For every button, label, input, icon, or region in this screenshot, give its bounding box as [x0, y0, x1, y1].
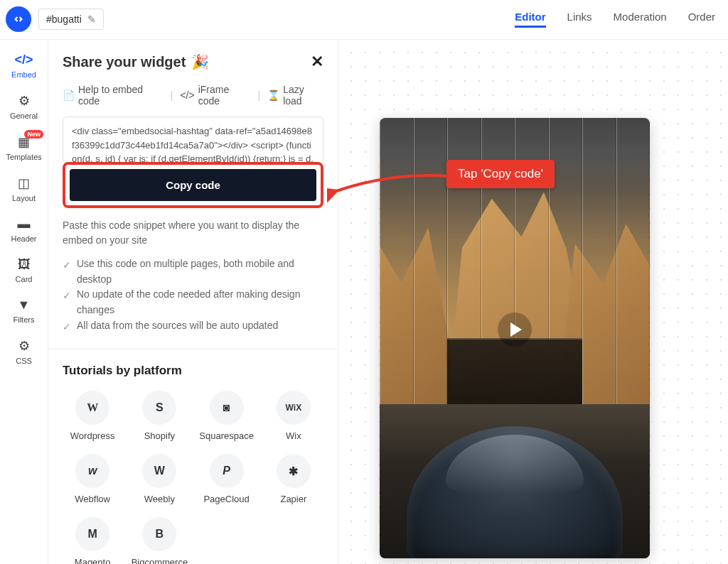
separator: | — [258, 90, 261, 101]
sidebar-label: CSS — [16, 357, 32, 365]
close-icon[interactable]: ✕ — [311, 53, 323, 71]
tutorials-title: Tutorials by platform — [63, 364, 323, 378]
tab-editor[interactable]: Editor — [515, 11, 545, 28]
panel-title-text: Share your widget — [63, 54, 186, 70]
check-icon: ✓ — [63, 320, 71, 335]
preview-canvas — [338, 40, 728, 564]
platform-label: Webflow — [75, 494, 110, 504]
squarespace-icon: ◙ — [210, 391, 244, 425]
platform-label: Magento — [75, 557, 111, 564]
card-icon: 🖼 — [18, 257, 31, 272]
platform-label: Shopify — [144, 430, 175, 441]
play-icon[interactable] — [498, 313, 532, 347]
nav-tabs: Editor Links Moderation Order — [515, 11, 715, 28]
check-text: Use this code on multiple pages, both mo… — [77, 256, 323, 287]
platform-pagecloud[interactable]: PPageCloud — [197, 454, 257, 504]
iframe-code-link[interactable]: </> iFrame code — [180, 84, 250, 107]
app-logo[interactable] — [6, 6, 31, 32]
wix-icon: WiX — [277, 391, 311, 425]
tutorials-grid: WWordpress SShopify ◙Squarespace WiXWix … — [63, 391, 323, 564]
code-icon: </> — [14, 53, 33, 67]
platform-squarespace[interactable]: ◙Squarespace — [197, 391, 257, 441]
panel-title: Share your widget 🎉 — [63, 53, 209, 70]
tab-moderation[interactable]: Moderation — [614, 11, 667, 28]
file-icon: 📄 — [63, 90, 75, 101]
help-row: 📄 Help to embed code | </> iFrame code |… — [63, 84, 323, 107]
bigcommerce-icon: B — [142, 517, 176, 551]
platform-magento[interactable]: MMagento — [63, 517, 122, 564]
help-embed-link[interactable]: 📄 Help to embed code — [63, 84, 164, 107]
sidebar-label: Templates — [6, 153, 41, 161]
sidebar-item-general[interactable]: ⚙ General — [0, 87, 48, 126]
embed-code-box[interactable]: <div class="embedsocial-hashtag" data-re… — [63, 116, 323, 163]
top-bar: #bugatti ✎ Editor Links Moderation Order — [0, 0, 728, 40]
check-text: No update of the code needed after makin… — [77, 287, 323, 318]
share-panel: Share your widget 🎉 ✕ 📄 Help to embed co… — [48, 40, 338, 564]
platform-webflow[interactable]: wWebflow — [63, 454, 122, 504]
new-badge: New — [24, 130, 43, 139]
header-icon: ▬ — [18, 217, 31, 232]
sidebar-item-header[interactable]: ▬ Header — [0, 211, 48, 249]
checks-list: ✓Use this code on multiple pages, both m… — [63, 256, 323, 335]
wordpress-icon: W — [75, 391, 109, 425]
hourglass-icon: ⌛ — [267, 90, 279, 101]
tab-order[interactable]: Order — [688, 11, 715, 28]
check-icon: ✓ — [63, 288, 71, 318]
sidebar-item-layout[interactable]: ◫ Layout — [0, 170, 48, 208]
platform-wix[interactable]: WiXWix — [264, 391, 323, 441]
annotation-callout: Tap 'Copy code' — [446, 160, 555, 188]
funnel-icon: ▼ — [18, 298, 31, 313]
sidebar-label: Filters — [14, 315, 35, 324]
lazy-load-link[interactable]: ⌛ Lazy load — [267, 84, 323, 107]
platform-label: Wix — [286, 430, 301, 441]
pagecloud-icon: P — [210, 454, 244, 488]
gear-icon: ⚙ — [18, 93, 30, 109]
main-area: </> Embed ⚙ General New ▦ Templates ◫ La… — [0, 40, 728, 564]
sidebar-item-filters[interactable]: ▼ Filters — [0, 292, 48, 330]
magento-icon: M — [75, 517, 109, 551]
sidebar-item-embed[interactable]: </> Embed — [0, 47, 48, 85]
hashtag-input[interactable]: #bugatti ✎ — [38, 9, 104, 30]
sidebar-label: General — [10, 112, 38, 120]
help-embed-text: Help to embed code — [78, 84, 164, 107]
platform-wordpress[interactable]: WWordpress — [63, 391, 122, 441]
copy-highlight: Copy code — [63, 162, 323, 208]
platform-label: PageCloud — [203, 494, 249, 504]
preview-car — [407, 426, 623, 558]
weebly-icon: W — [142, 454, 176, 488]
panel-header: Share your widget 🎉 ✕ — [63, 53, 323, 71]
lazy-text: Lazy load — [283, 84, 323, 107]
sidebar-label: Embed — [11, 70, 36, 79]
code-icon: </> — [180, 90, 194, 101]
check-item: ✓All data from the sources will be auto … — [63, 318, 323, 335]
paste-hint: Paste this code snippet where you want t… — [63, 218, 323, 248]
platform-zapier[interactable]: ✱Zapier — [264, 454, 323, 504]
check-item: ✓Use this code on multiple pages, both m… — [63, 256, 323, 287]
webflow-icon: w — [75, 454, 109, 488]
copy-code-button[interactable]: Copy code — [70, 169, 316, 201]
tab-links[interactable]: Links — [567, 11, 592, 28]
gear-icon: ⚙ — [18, 338, 30, 354]
sidebar-item-templates[interactable]: New ▦ Templates — [0, 129, 48, 167]
check-icon: ✓ — [63, 258, 71, 287]
confetti-icon: 🎉 — [191, 53, 209, 70]
platform-label: Zapier — [280, 494, 306, 504]
check-item: ✓No update of the code needed after maki… — [63, 287, 323, 318]
shopify-icon: S — [142, 391, 176, 425]
check-text: All data from the sources will be auto u… — [77, 318, 278, 335]
platform-weebly[interactable]: WWeebly — [129, 454, 189, 504]
platform-shopify[interactable]: SShopify — [129, 391, 189, 441]
platform-label: Wordpress — [70, 430, 115, 441]
sidebar-item-css[interactable]: ⚙ CSS — [0, 332, 48, 371]
platform-label: Squarespace — [199, 430, 254, 441]
edit-icon[interactable]: ✎ — [87, 13, 96, 25]
layout-icon: ◫ — [18, 175, 30, 191]
platform-bigcommerce[interactable]: BBigcommerce — [129, 517, 189, 564]
platform-label: Weebly — [144, 494, 175, 504]
hashtag-text: #bugatti — [46, 13, 82, 25]
platform-label: Bigcommerce — [132, 557, 188, 564]
sidebar-label: Card — [16, 275, 33, 283]
sidebar-label: Header — [11, 234, 36, 243]
sidebar-item-card[interactable]: 🖼 Card — [0, 251, 48, 289]
top-bar-left: #bugatti ✎ — [6, 6, 104, 32]
